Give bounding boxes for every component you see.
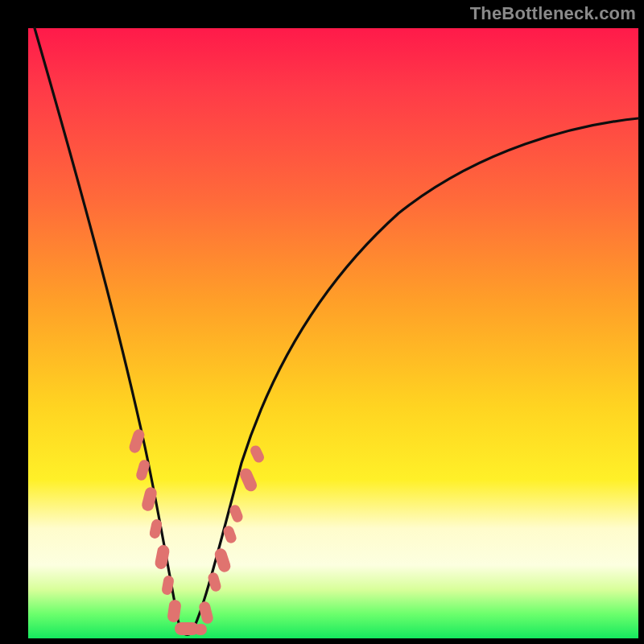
bottleneck-curve bbox=[28, 28, 638, 638]
watermark-text: TheBottleneck.com bbox=[470, 3, 636, 24]
chart-frame: TheBottleneck.com bbox=[0, 0, 644, 644]
curve-marker bbox=[194, 624, 207, 635]
curve-path bbox=[35, 28, 638, 634]
plot-area bbox=[28, 28, 638, 638]
